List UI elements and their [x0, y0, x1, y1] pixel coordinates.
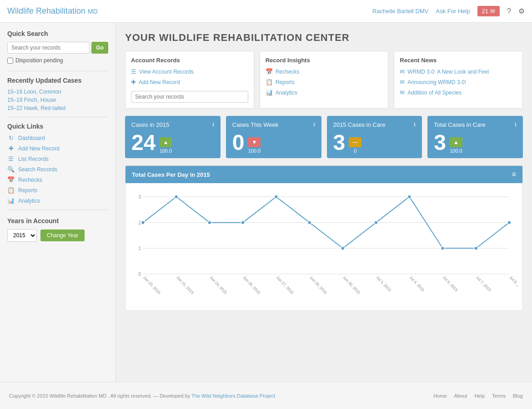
case-link[interactable]: 15–16 Loon, Common	[7, 89, 108, 95]
panel-link-label: Analytics	[276, 90, 297, 96]
help-link[interactable]: Ask For Help	[436, 8, 470, 15]
svg-text:Jul 8, 2015: Jul 8, 2015	[509, 275, 518, 292]
stat-card-title: Cases in 2015 ℹ	[131, 121, 214, 128]
case-link[interactable]: 15–19 Finch, House	[7, 97, 108, 103]
year-select[interactable]: 2015 2014 2013	[7, 229, 37, 242]
years-title: Years in Account	[7, 217, 108, 224]
notification-button[interactable]: 21 ✉	[477, 6, 500, 16]
logo-sub: MD	[88, 8, 98, 15]
go-button[interactable]: Go	[91, 42, 108, 54]
quick-link-label: Reports	[18, 187, 37, 194]
stat-badge-icon: —	[349, 137, 361, 147]
dev-link[interactable]: The Wild Neighbors Database Project	[191, 393, 275, 399]
panel-link-label: View Account Records	[139, 69, 194, 75]
svg-text:0: 0	[138, 272, 141, 277]
year-select-row: 2015 2014 2013 Change Year	[7, 229, 108, 242]
stat-badge: — 0	[349, 137, 361, 154]
footer-link[interactable]: Blog	[513, 393, 523, 399]
footer-link[interactable]: Terms	[492, 393, 506, 399]
panel-link[interactable]: 📅Rechecks	[266, 68, 383, 75]
stat-number: 24	[131, 132, 156, 154]
stat-card-body: 3 ▲ 100.0	[434, 132, 517, 154]
quick-link-icon: 📋	[7, 187, 15, 194]
quick-link-icon: 📊	[7, 197, 15, 204]
chart-svg: 0123Jun 20, 2015Jun 21, 2015Jun 24, 2015…	[130, 188, 518, 306]
quick-link-label: Add New Record	[18, 145, 60, 152]
footer-link[interactable]: About	[454, 393, 467, 399]
chart-menu-icon[interactable]: ≡	[512, 170, 516, 179]
svg-point-14	[341, 246, 345, 250]
panel-link[interactable]: ✉Announcing WRMD 3.0!	[400, 79, 517, 85]
question-icon[interactable]: ?	[507, 7, 511, 15]
stat-card: Cases This Week ℹ 0 ▼ 100.0	[226, 116, 321, 158]
notification-count: 21	[482, 8, 488, 15]
svg-text:Jul 6, 2015: Jul 6, 2015	[442, 275, 458, 292]
panel-link-label: Rechecks	[276, 69, 300, 75]
quick-link-item[interactable]: ↻Dashboard	[7, 135, 108, 141]
panel: Record Insights📅Rechecks📋Reports📊Analyti…	[260, 51, 389, 109]
stat-badge: ▼ 100.0	[248, 137, 261, 154]
logo-main: Wildlife Rehabilitation	[7, 6, 85, 15]
case-link[interactable]: 15–22 Hawk, Red-tailed	[7, 105, 108, 111]
disposition-row: Disposition pending	[7, 57, 108, 64]
panel-link-icon: ✚	[131, 79, 136, 85]
svg-point-8	[141, 221, 145, 224]
panel-link[interactable]: 📋Reports	[266, 79, 383, 85]
chart-panel: Total Cases Per Day in 2015 ≡ 0123Jun 20…	[125, 165, 523, 311]
panel-link[interactable]: ✚Add New Record	[131, 79, 248, 85]
panel-link-icon: 📋	[266, 79, 273, 85]
quick-links: ↻Dashboard✚Add New Record☰List Records🔍S…	[7, 135, 108, 204]
panel-link-label: WRMD 3.0: A New Look and Feel	[407, 69, 489, 75]
stat-badge-icon: ▲	[159, 137, 172, 147]
panel-link[interactable]: ☰View Account Records	[131, 68, 248, 75]
svg-point-18	[474, 246, 478, 250]
envelope-icon: ✉	[490, 8, 495, 15]
panel-search-input[interactable]	[131, 91, 248, 103]
panel-link-icon: ✉	[400, 68, 405, 75]
stat-card-title: Total Cases in Care ℹ	[434, 121, 517, 128]
stat-badge: ▲ 100.0	[450, 137, 462, 154]
sidebar: Quick Search Go Disposition pending Rece…	[0, 23, 116, 382]
svg-text:Jun 26, 2015: Jun 26, 2015	[242, 275, 261, 295]
page-title: YOUR WILDLIFE REHABILITATION CENTER	[125, 32, 523, 44]
stat-cards: Cases in 2015 ℹ 24 ▲ 100.0 Cases This We…	[125, 116, 523, 158]
panel-link-label: Addition of All Species	[407, 90, 462, 96]
panel-link[interactable]: ✉Addition of All Species	[400, 89, 517, 96]
quick-link-item[interactable]: ☰List Records	[7, 155, 108, 162]
settings-icon[interactable]: ⚙	[518, 7, 525, 15]
panel-link-icon: ☰	[131, 68, 136, 75]
disposition-label: Disposition pending	[15, 57, 63, 64]
user-name[interactable]: Rachelle Bartell DMV	[372, 8, 429, 15]
stat-card: Total Cases in Care ℹ 3 ▲ 100.0	[427, 116, 523, 158]
quick-link-item[interactable]: 📊Analytics	[7, 197, 108, 204]
quick-link-item[interactable]: 📅Rechecks	[7, 176, 108, 183]
change-year-button[interactable]: Change Year	[40, 229, 85, 241]
panel-link[interactable]: ✉WRMD 3.0: A New Look and Feel	[400, 68, 517, 75]
quick-link-item[interactable]: ✚Add New Record	[7, 145, 108, 152]
svg-text:Jul 4, 2015: Jul 4, 2015	[409, 275, 425, 292]
quick-link-icon: ↻	[7, 135, 15, 141]
stat-card-info-icon[interactable]: ℹ	[414, 122, 416, 128]
footer-link[interactable]: Home	[433, 393, 447, 399]
search-input[interactable]	[7, 42, 90, 54]
panel-link[interactable]: 📊Analytics	[266, 89, 383, 96]
footer-link[interactable]: Help	[474, 393, 485, 399]
quick-link-item[interactable]: 📋Reports	[7, 187, 108, 194]
footer: Copyright © 2015 Wildlife Rehabilitation…	[0, 382, 532, 409]
panel: Recent News✉WRMD 3.0: A New Look and Fee…	[394, 51, 523, 109]
panel-title: Account Records	[131, 57, 248, 64]
header-right: Rachelle Bartell DMV Ask For Help 21 ✉ ?…	[372, 6, 525, 16]
stat-card-info-icon[interactable]: ℹ	[212, 122, 214, 128]
svg-point-9	[175, 195, 178, 199]
header: Wildlife Rehabilitation MD Rachelle Bart…	[0, 0, 532, 23]
svg-text:1: 1	[138, 246, 141, 251]
panel-link-icon: ✉	[400, 79, 405, 85]
quick-search-title: Quick Search	[7, 30, 108, 37]
quick-link-item[interactable]: 🔍Search Records	[7, 166, 108, 173]
svg-text:Jun 27, 2015: Jun 27, 2015	[276, 275, 295, 295]
stat-number: 0	[232, 132, 245, 154]
stat-card-info-icon[interactable]: ℹ	[515, 122, 517, 128]
stat-card-info-icon[interactable]: ℹ	[313, 122, 315, 128]
disposition-checkbox[interactable]	[7, 58, 13, 64]
footer-sub: MD	[99, 393, 106, 399]
